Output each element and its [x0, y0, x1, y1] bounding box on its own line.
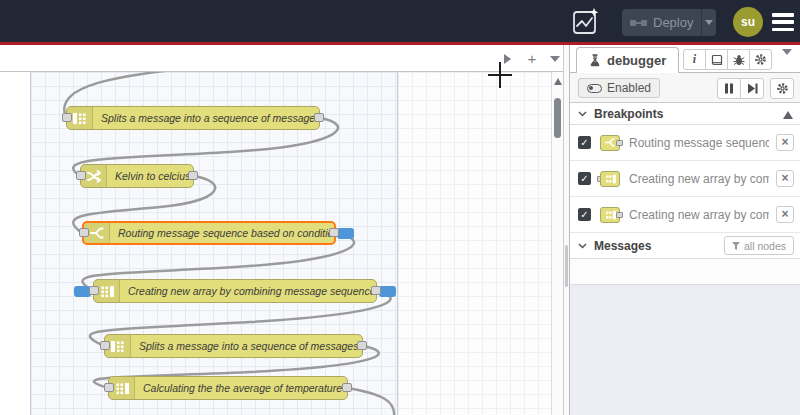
sidebar-footer-area	[570, 284, 800, 415]
join-node-icon	[598, 171, 622, 187]
app-header: Deploy su	[0, 0, 800, 45]
flow-list-button[interactable]	[546, 50, 563, 67]
breakpoint-label: Creating new array by combining message …	[629, 208, 769, 222]
node-label: Creating new array by combining message …	[120, 280, 376, 302]
remove-breakpoint-button[interactable]	[776, 170, 794, 187]
output-port[interactable]	[342, 383, 352, 392]
output-port[interactable]	[314, 113, 324, 122]
sidebar-tabrow: debugger i	[570, 45, 800, 73]
node-label: Splits a message into a sequence of mess…	[93, 107, 319, 129]
input-port[interactable]	[89, 286, 99, 295]
node-join-average[interactable]: Calculating the the average of temperatu…	[108, 376, 348, 400]
breakpoint-checkbox[interactable]	[578, 136, 591, 149]
node-join-array[interactable]: Creating new array by combining message …	[93, 279, 377, 303]
bug-icon	[733, 54, 745, 66]
node-change-kelvin[interactable]: Kelvin to celcius	[80, 164, 194, 188]
node-label: Kelvin to celcius	[107, 165, 193, 187]
messages-empty-row	[570, 259, 800, 284]
toggle-icon	[587, 84, 602, 93]
remove-breakpoint-button[interactable]	[776, 206, 794, 223]
breakpoint-label: Routing message sequence based on condit…	[629, 136, 769, 150]
debugger-tab-button[interactable]	[727, 49, 750, 70]
step-button[interactable]	[740, 78, 764, 99]
breakpoints-title: Breakpoints	[594, 107, 663, 121]
remove-breakpoint-button[interactable]	[776, 134, 794, 151]
filter-label: all nodes	[744, 240, 786, 252]
debug-sidebar: debugger i Enabled	[570, 45, 800, 415]
help-tab-button[interactable]	[705, 49, 728, 70]
chevron-down-icon	[578, 243, 587, 249]
deploy-label: Deploy	[653, 15, 693, 30]
playback-group	[718, 78, 764, 99]
breakpoint-row[interactable]: Creating new array by combining message …	[570, 197, 800, 233]
breakpoint-label: Creating new array by combining message …	[629, 172, 769, 186]
tab-debugger[interactable]: debugger	[576, 47, 679, 73]
output-port[interactable]	[371, 286, 381, 295]
gear-icon	[776, 82, 789, 95]
node-label: Splits a message into a sequence of mess…	[131, 335, 362, 357]
filter-funnel-icon	[732, 242, 740, 250]
breakpoint-marker[interactable]	[337, 228, 354, 239]
step-icon	[747, 83, 758, 94]
deploy-node-icon	[630, 17, 647, 29]
node-split-1[interactable]: Splits a message into a sequence of mess…	[66, 106, 320, 130]
chevron-down-icon	[550, 56, 560, 62]
wire[interactable]	[348, 388, 394, 415]
crosshair-cursor	[488, 62, 512, 88]
main-area: + Splits a message into	[0, 45, 800, 415]
resize-grip	[565, 245, 568, 287]
flow-canvas[interactable]: + Splits a message into	[0, 45, 563, 415]
pause-icon	[724, 83, 734, 94]
node-switch-routing[interactable]: Routing message sequence based on condit…	[82, 221, 336, 245]
sidebar-icon-group: i	[684, 49, 772, 70]
node-label: Calculating the the average of temperatu…	[135, 377, 347, 399]
gear-icon	[754, 53, 767, 66]
breakpoint-marker[interactable]	[379, 286, 396, 297]
config-tab-button[interactable]	[749, 49, 772, 70]
chevron-down-icon	[578, 111, 587, 117]
input-port[interactable]	[100, 341, 110, 350]
input-port[interactable]	[62, 113, 72, 122]
breakpoint-row[interactable]: Routing message sequence based on condit…	[570, 125, 800, 161]
flow-tabbar: +	[0, 45, 563, 72]
book-icon	[711, 54, 723, 66]
user-avatar[interactable]: su	[733, 7, 763, 37]
scroll-up-arrow-icon[interactable]	[783, 111, 793, 119]
breakpoint-checkbox[interactable]	[578, 208, 591, 221]
info-tab-button[interactable]: i	[683, 49, 706, 70]
main-menu-button[interactable]	[772, 13, 794, 31]
join-node-icon	[598, 207, 622, 223]
output-port[interactable]	[357, 341, 367, 350]
debugger-settings-button[interactable]	[770, 78, 794, 99]
filter-all-nodes-button[interactable]: all nodes	[724, 236, 794, 255]
tab-debugger-label: debugger	[607, 53, 666, 68]
messages-section-header[interactable]: Messages all nodes	[570, 233, 800, 259]
sidebar-resize-handle[interactable]	[563, 45, 570, 415]
input-port[interactable]	[79, 228, 89, 237]
deploy-options-caret[interactable]	[701, 9, 716, 36]
chevron-down-icon	[705, 20, 713, 25]
node-label: Routing message sequence based on condit…	[110, 223, 334, 243]
enabled-label: Enabled	[607, 81, 651, 95]
breakpoint-row[interactable]: Creating new array by combining message …	[570, 161, 800, 197]
chevron-down-icon	[782, 49, 792, 72]
messages-title: Messages	[594, 239, 651, 253]
avatar-initials: su	[741, 15, 755, 29]
sidebar-options-button[interactable]	[782, 55, 792, 73]
switch-node-icon	[598, 135, 622, 151]
enabled-toggle-button[interactable]: Enabled	[578, 78, 660, 98]
input-port[interactable]	[104, 383, 114, 392]
flow-assistant-icon[interactable]	[570, 6, 601, 37]
output-port[interactable]	[329, 228, 339, 237]
flask-icon	[589, 54, 601, 67]
input-port[interactable]	[76, 171, 86, 180]
debugger-toolbar: Enabled	[570, 73, 800, 103]
node-split-2[interactable]: Splits a message into a sequence of mess…	[104, 334, 363, 358]
add-flow-button[interactable]: +	[523, 50, 541, 67]
breakpoints-section-header[interactable]: Breakpoints	[570, 103, 800, 125]
output-port[interactable]	[188, 171, 198, 180]
deploy-button[interactable]: Deploy	[622, 9, 716, 36]
breakpoint-checkbox[interactable]	[578, 172, 591, 185]
pause-button[interactable]	[717, 78, 741, 99]
